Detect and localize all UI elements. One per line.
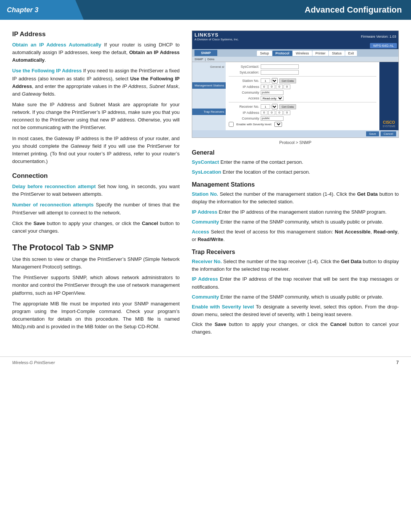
sc-trap-ip-row: IP Address 0 0 0 0 xyxy=(229,110,376,115)
save-para-text: Click the xyxy=(192,321,215,327)
ip-address-italic: IP Address xyxy=(122,83,146,89)
trap-heading: Trap Receivers xyxy=(192,249,399,256)
protocol-intro3: The appropriate MIB file must be importe… xyxy=(12,300,180,331)
screenshot-footer: Save Cancel xyxy=(192,130,398,137)
sc-syslocation-input xyxy=(261,70,299,75)
screenshot-content-area: General al Management Stations Trap Rece… xyxy=(192,62,398,130)
screenshot-brand: LINKSYS A Division of Cisco Systems, Inc… xyxy=(194,32,239,41)
sc-save-btn[interactable]: Save xyxy=(366,131,379,136)
sc-get-data-btn[interactable]: Get Data xyxy=(279,78,296,83)
nav-tab-exit: Exit xyxy=(345,51,357,56)
sc-enable-select[interactable]: 123 xyxy=(274,122,282,127)
conn-para-text: Click the xyxy=(12,220,33,226)
ip-obtain-para: Obtain an IP Address Automatically If yo… xyxy=(12,41,180,64)
page-title: Advanced Configuration xyxy=(84,0,411,20)
conn-para2: button to apply your changes, or click t… xyxy=(45,220,142,226)
screenshot-active-tab: WPS-64G-AL xyxy=(370,43,397,48)
page-number: 7 xyxy=(396,360,399,365)
screenshot-subtabs: SNMP | Ddns xyxy=(192,57,398,62)
save-bold: Save xyxy=(215,321,226,327)
trap-ip-para: IP Address Enter the IP address of the t… xyxy=(192,275,399,291)
sc-access-select[interactable]: Read-only Not Accessible Read/Write xyxy=(261,96,284,101)
right-column: LINKSYS A Division of Cisco Systems, Inc… xyxy=(192,30,399,338)
sc-receiver-label: Receiver No. xyxy=(229,105,259,109)
screenshot-top-bar: WPS-64G-AL xyxy=(192,42,398,49)
sc-station-row: Station No. 1 Get Data xyxy=(229,78,376,83)
sc-receiver-select[interactable] xyxy=(272,104,278,109)
sc-trap-community-input: public xyxy=(261,116,284,121)
enable-para: Enable with Severity level To designate … xyxy=(192,303,399,318)
station-no-link: Station No. xyxy=(192,191,218,197)
chapter-text: Chapter 3 xyxy=(7,6,38,14)
access-comma: , xyxy=(370,229,373,235)
delay-para: Delay before reconnection attempt Set ho… xyxy=(12,183,180,198)
receiver-para: Receiver No. Select the number of the tr… xyxy=(192,258,399,273)
sc-syscontact-row: SysContact: xyxy=(229,64,376,69)
left-column: IP Address Obtain an IP Address Automati… xyxy=(12,30,180,338)
nav-tab-protocol: Protocol xyxy=(272,51,293,56)
sc-station-select[interactable] xyxy=(272,78,278,83)
trap-community-text: Enter the name of the SNMP community, wh… xyxy=(219,294,384,300)
protocol-heading: The Protocol Tab > SNMP xyxy=(12,243,180,252)
product-name: Wireless-G PrintServer xyxy=(12,360,55,365)
protocol-intro2: The PrintServer supports SNMP, which all… xyxy=(12,274,180,297)
access-link: Access xyxy=(192,229,209,235)
screenshot-snmp-badge: SNMP xyxy=(194,50,217,56)
ip-para2: Make sure the IP Address and Subnet Mask… xyxy=(12,101,180,132)
sc-trap-community-row: Community public xyxy=(229,116,376,121)
community-link: Community xyxy=(192,219,219,225)
sc-access-row: Access Read-only Not Accessible Read/Wri… xyxy=(229,96,376,101)
screenshot-form: SysContact: SysLocation: Station No. 1 G… xyxy=(226,62,379,130)
screenshot-firmware: Firmware Version: 1.03 xyxy=(361,35,396,38)
access-bold2: Read-only xyxy=(374,229,398,235)
receiver-get-bold: Get Data xyxy=(341,259,362,264)
ip-text: Enter the IP address of the management s… xyxy=(217,209,387,215)
sc-syslocation-row: SysLocation: xyxy=(229,70,376,75)
conn-save-bold: Save xyxy=(33,220,45,226)
screenshot-side-labels: General al Management Stations Trap Rece… xyxy=(192,62,226,130)
station-no-text: Select the number of the management stat… xyxy=(218,191,357,197)
sc-trap-ip-inputs: 0 0 0 0 xyxy=(261,110,290,115)
access-end: . xyxy=(223,236,225,242)
syslocation-text: Enter the location of the contact person… xyxy=(221,169,310,175)
sc-access-label: Access xyxy=(229,96,259,100)
station-get-bold: Get Data xyxy=(357,191,378,197)
page-body: IP Address Obtain an IP Address Automati… xyxy=(0,20,411,349)
sc-trap-get-data-btn[interactable]: Get Data xyxy=(279,104,296,109)
receiver-link: Receiver No. xyxy=(192,259,222,264)
ip-following-text2: , and enter the appropriate values in th… xyxy=(32,83,122,89)
ip-gateway-italic: Gateway xyxy=(22,91,41,97)
save-para: Click the Save button to apply your chan… xyxy=(192,321,399,336)
sc-cancel-btn[interactable]: Cancel xyxy=(381,131,396,136)
protocol-intro1: Use this screen to view or change the Pr… xyxy=(12,256,180,271)
access-bold3: Read/Write xyxy=(198,236,223,242)
nav-tab-wireless: Wireless xyxy=(293,51,312,56)
sc-trap-community-label: Community xyxy=(229,117,259,120)
cancel-bold: Cancel xyxy=(330,321,347,327)
sc-enable-label: Enable with Severity level: xyxy=(236,123,272,126)
conn-cancel-bold: Cancel xyxy=(142,220,158,226)
syscontact-link: SysContact xyxy=(192,159,219,165)
sc-enable-checkbox[interactable] xyxy=(229,122,234,127)
delay-link: Delay before reconnection attempt xyxy=(12,184,96,189)
sc-trap-label: Trap Receivers xyxy=(192,109,226,115)
screenshot-header: LINKSYS A Division of Cisco Systems, Inc… xyxy=(192,31,398,42)
syslocation-para: SysLocation Enter the location of the co… xyxy=(192,168,399,176)
syscontact-para: SysContact Enter the name of the contact… xyxy=(192,158,399,166)
screenshot-nav: SNMP Setup Protocol Wireless Printer Sta… xyxy=(192,49,398,57)
ip-para3: In most cases, the Gateway IP address is… xyxy=(12,135,180,166)
ip-address-heading: IP Address xyxy=(12,30,180,38)
screenshot-side-logo: CISCO SYSTEMS xyxy=(379,62,398,130)
sc-trap-ip-label: IP Address xyxy=(229,111,259,115)
ip-gateway-italic2: Gateway xyxy=(70,143,90,149)
sc-syscontact-input xyxy=(261,64,299,69)
mgmt-heading: Management Stations xyxy=(192,181,399,188)
page-header: Chapter 3 Advanced Configuration xyxy=(0,0,411,20)
trap-ip-link: IP Address xyxy=(192,276,218,282)
ip-following-link: Use the Following IP Address xyxy=(12,68,82,73)
ip-para: IP Address Enter the IP address of the m… xyxy=(192,208,399,216)
header-title-text: Advanced Configuration xyxy=(305,5,402,15)
nav-tab-setup: Setup xyxy=(257,51,272,56)
sc-ip-label: IP Address xyxy=(229,85,259,89)
sc-community-row: Community public xyxy=(229,90,376,95)
